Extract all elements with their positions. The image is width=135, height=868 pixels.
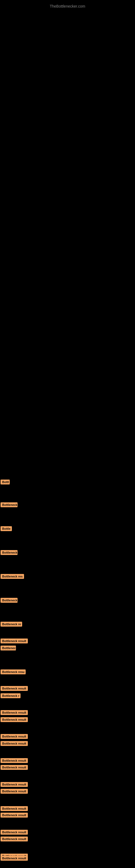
bottleneck-result-label: Bottleneck result (1, 856, 28, 861)
bottleneck-result-label: Bottlenec (1, 646, 16, 650)
bottleneck-result-label: Bottleneck result (1, 765, 28, 770)
bottleneck-result-row: Bottleneck result (1, 789, 28, 795)
bottleneck-result-label: Bottleneck re (1, 622, 22, 627)
bottleneck-result-row: Bottleneck result (1, 758, 28, 764)
bottleneck-result-label: Bottleneck result (1, 710, 28, 715)
bottleneck-result-row: Bottleneck re (1, 622, 22, 628)
bottleneck-result-row: Bottleneck result (1, 837, 28, 842)
bottleneck-result-row: Bottleneck resu (1, 670, 26, 675)
bottleneck-result-row: Bottleneck result (1, 813, 28, 818)
bottleneck-result-label: Bottleneck result (1, 741, 28, 746)
content-area: BottlBottleneckBottleBottleneckBottlenec… (0, 8, 135, 868)
bottleneck-result-label: Bottleneck res (1, 574, 24, 579)
bottleneck-result-label: Bottleneck r (1, 693, 20, 698)
bottleneck-result-row: Bottleneck result (1, 639, 28, 645)
bottleneck-result-label: Bottleneck result (1, 734, 28, 739)
bottleneck-result-label: Bottleneck result (1, 830, 28, 835)
bottleneck-result-row: Bottleneck result (1, 741, 28, 747)
bottleneck-result-label: Bottleneck result (1, 758, 28, 763)
bottleneck-result-label: Bottl (1, 479, 10, 485)
bottleneck-result-row: Bottleneck result (1, 856, 28, 862)
bottleneck-result-label: Bottleneck (1, 502, 17, 507)
bottleneck-result-row: Bottleneck result (1, 765, 28, 771)
bottleneck-result-label: Bottleneck result (1, 813, 28, 817)
bottleneck-result-row: Bottleneck result (1, 734, 28, 740)
bottleneck-result-row: Bottleneck (1, 502, 17, 508)
bottleneck-result-label: Bottleneck result (1, 782, 28, 787)
bottleneck-result-row: Bottle (1, 526, 12, 532)
bottleneck-result-row: Bottleneck result (1, 782, 28, 788)
bottleneck-result-row: Bottl (1, 479, 10, 486)
bottleneck-result-label: Bottleneck result (1, 686, 28, 691)
bottleneck-result-row: Bottleneck (1, 598, 17, 604)
bottleneck-result-row: Bottleneck result (1, 710, 28, 716)
bottleneck-result-row: Bottleneck result (1, 806, 28, 812)
bottleneck-result-row: Bottleneck res (1, 574, 24, 580)
bottleneck-result-label: Bottleneck result (1, 806, 28, 811)
bottleneck-result-row: Bottleneck result (1, 830, 28, 836)
bottleneck-result-row: Bottleneck (1, 550, 17, 556)
bottleneck-result-label: Bottleneck (1, 598, 17, 603)
bottleneck-result-label: Bottleneck result (1, 639, 28, 643)
bottleneck-result-label: Bottleneck resu (1, 670, 26, 674)
bottleneck-result-label: Bottleneck result (1, 717, 28, 722)
bottleneck-result-row: Bottlenec (1, 646, 16, 652)
bottleneck-result-row: Bottleneck result (1, 717, 28, 723)
bottleneck-result-label: Bottle (1, 526, 12, 531)
bottleneck-result-label: Bottleneck result (1, 837, 28, 841)
bottleneck-result-label: Bottleneck (1, 550, 17, 555)
bottleneck-result-label: Bottleneck result (1, 789, 28, 794)
bottleneck-result-row: Bottleneck result (1, 686, 28, 692)
bottleneck-result-row: Bottleneck r (1, 693, 20, 699)
